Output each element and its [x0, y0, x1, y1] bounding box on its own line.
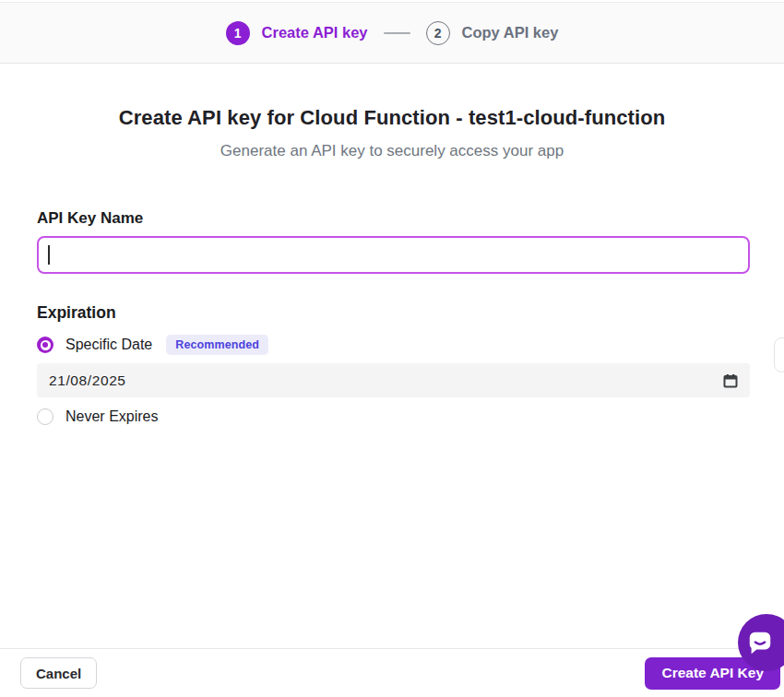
- footer-bar: Cancel Create API Key: [0, 648, 784, 697]
- step-2-label: Copy API key: [462, 24, 559, 41]
- dialog-title: Create API key for Cloud Function - test…: [0, 106, 784, 130]
- dialog-subtitle: Generate an API key to securely access y…: [0, 142, 784, 160]
- specific-date-label: Specific Date: [65, 337, 152, 353]
- recommended-badge: Recommended: [166, 335, 268, 355]
- never-expires-option[interactable]: Never Expires: [37, 408, 750, 425]
- expiration-label: Expiration: [37, 303, 750, 323]
- step-copy-api-key: 2 Copy API key: [426, 21, 559, 45]
- specific-date-radio[interactable]: [37, 337, 53, 353]
- api-key-name-label: API Key Name: [37, 209, 750, 228]
- step-create-api-key: 1 Create API key: [226, 21, 368, 45]
- expiration-date-input[interactable]: 21/08/2025: [37, 363, 750, 397]
- edge-peek-tab[interactable]: [774, 337, 784, 372]
- chat-bubble-icon: [746, 629, 774, 656]
- step-separator: [384, 32, 410, 34]
- step-1-label: Create API key: [262, 24, 368, 41]
- step-1-circle: 1: [226, 21, 250, 45]
- cancel-button[interactable]: Cancel: [20, 657, 97, 689]
- never-expires-label: Never Expires: [65, 408, 158, 425]
- step-2-circle: 2: [426, 21, 450, 45]
- never-expires-radio[interactable]: [37, 408, 53, 425]
- api-key-name-input[interactable]: [37, 236, 750, 274]
- specific-date-option[interactable]: Specific Date Recommended: [37, 335, 750, 355]
- create-api-key-dialog: { "stepper": { "steps": [ { "number": "1…: [0, 0, 784, 697]
- form-area: API Key Name Expiration Specific Date Re…: [0, 209, 784, 425]
- calendar-icon[interactable]: [723, 373, 738, 388]
- stepper: 1 Create API key 2 Copy API key: [0, 2, 784, 64]
- text-caret: [48, 245, 50, 265]
- expiration-date-value: 21/08/2025: [49, 372, 126, 389]
